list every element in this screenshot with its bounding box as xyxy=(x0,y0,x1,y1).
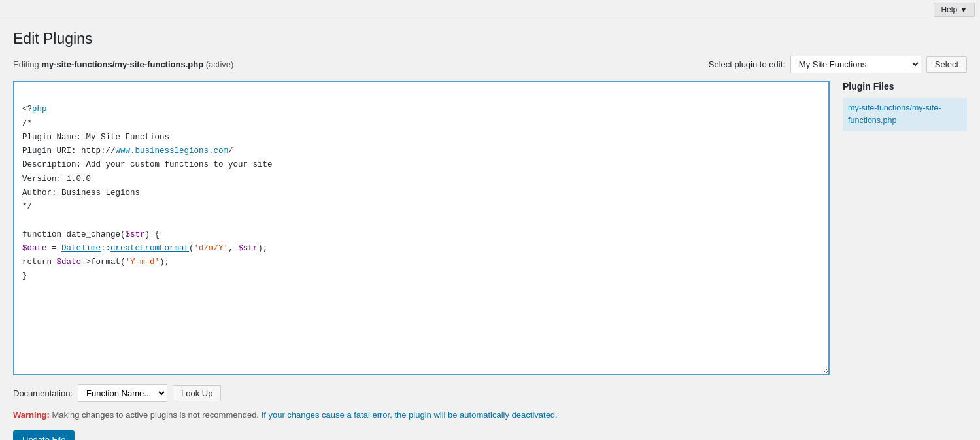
warning-text: Making changes to active plugins is not … xyxy=(52,410,259,420)
select-plugin-button[interactable]: Select xyxy=(926,56,967,73)
lookup-button[interactable]: Look Up xyxy=(173,385,221,401)
editing-info: Editing my-site-functions/my-site-functi… xyxy=(13,59,233,69)
code-editor-display[interactable]: <?php /* Plugin Name: My Site Functions … xyxy=(13,81,830,375)
page-title: Edit Plugins xyxy=(13,30,967,48)
plugin-selector: Select plugin to edit: My Site Functions… xyxy=(709,56,967,73)
plugin-files-sidebar: Plugin Files my-site-functions/my-site-f… xyxy=(830,81,967,131)
editing-filename: my-site-functions/my-site-functions.php xyxy=(41,59,203,69)
main-content: Edit Plugins Editing my-site-functions/m… xyxy=(0,20,980,440)
documentation-row: Documentation: Function Name... Look Up xyxy=(13,384,967,402)
editor-layout: <?php /* Plugin Name: My Site Functions … xyxy=(13,81,967,375)
plugin-select-dropdown[interactable]: My Site Functions xyxy=(790,56,921,73)
editing-line: Editing my-site-functions/my-site-functi… xyxy=(13,56,967,73)
plugin-files-title: Plugin Files xyxy=(843,81,967,92)
documentation-select[interactable]: Function Name... xyxy=(78,384,167,402)
warning-row: Warning: Making changes to active plugin… xyxy=(13,410,967,420)
top-bar: Help ▼ xyxy=(0,0,980,20)
editing-status: (active) xyxy=(206,59,234,69)
documentation-label: Documentation: xyxy=(13,388,73,398)
editing-prefix: Editing xyxy=(13,59,39,69)
warning-label: Warning: xyxy=(13,410,50,420)
help-arrow-icon: ▼ xyxy=(960,5,968,14)
update-file-button[interactable]: Update File xyxy=(13,430,75,440)
help-label: Help xyxy=(941,5,957,14)
help-button[interactable]: Help ▼ xyxy=(934,3,975,17)
code-editor-wrapper: <?php /* Plugin Name: My Site Functions … xyxy=(13,81,830,375)
plugin-selector-label: Select plugin to edit: xyxy=(709,59,785,69)
plugin-file-link[interactable]: my-site-functions/my-site-functions.php xyxy=(843,98,967,131)
warning-link[interactable]: If your changes cause a fatal error, the… xyxy=(262,410,558,420)
